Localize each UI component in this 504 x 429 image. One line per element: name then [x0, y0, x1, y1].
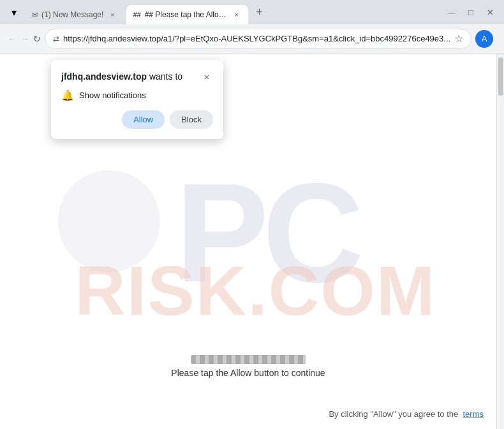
tab-close-1[interactable]: × [107, 10, 117, 20]
tab-favicon-1: ✉ [32, 11, 38, 19]
allow-button[interactable]: Allow [122, 110, 165, 129]
security-icon: ⇄ [53, 34, 59, 43]
menu-button[interactable]: ⋮ [494, 29, 504, 49]
terms-link[interactable]: terms [463, 409, 484, 419]
popup-close-button[interactable]: × [200, 70, 213, 83]
notification-popup: jfdhq.andesview.top wants to × 🔔 Show no… [51, 60, 223, 139]
block-button[interactable]: Block [170, 110, 213, 129]
popup-site-name: jfdhq.andesview.top [61, 71, 147, 82]
maximize-button[interactable]: □ [462, 3, 480, 21]
tab-bar: ▾ ✉ (1) New Message! × ## ## Please tap … [0, 0, 504, 24]
new-tab-button[interactable]: + [251, 3, 269, 21]
tab-item-2[interactable]: ## ## Please tap the Allow button × [126, 5, 248, 24]
popup-title: jfdhq.andesview.top wants to [61, 71, 182, 82]
toolbar-right: A ⋮ [475, 29, 504, 49]
bookmark-icon[interactable]: ☆ [454, 33, 463, 45]
tab-dropdown-button[interactable]: ▾ [5, 3, 23, 21]
popup-header: jfdhq.andesview.top wants to × [61, 70, 213, 83]
tab-favicon-2: ## [133, 11, 140, 18]
forward-button[interactable]: → [20, 29, 29, 49]
bottom-text-label: By clicking "Allow" you agree to the [329, 409, 458, 419]
permission-text: Show notifications [79, 91, 146, 100]
progress-area: Please tap the Allow button to continue [171, 355, 325, 378]
popup-wants-to: wants to [149, 71, 182, 82]
tab-close-2[interactable]: × [232, 10, 242, 20]
page-content: PC RISK.COM jfdhq.andesview.top wants to… [0, 54, 496, 429]
bottom-text: By clicking "Allow" you agree to the ter… [329, 409, 484, 419]
page-area: PC RISK.COM jfdhq.andesview.top wants to… [0, 54, 504, 429]
url-text: https://jfdhq.andesview.top/a1/?pl=eEtQx… [63, 34, 450, 43]
window-controls: — □ ✕ [443, 3, 499, 21]
minimize-button[interactable]: — [443, 3, 461, 21]
watermark-risk: RISK.COM [75, 249, 436, 330]
scrollbar[interactable] [496, 54, 504, 429]
tab-item-1[interactable]: ✉ (1) New Message! × [26, 5, 124, 24]
scroll-thumb[interactable] [498, 57, 503, 96]
bell-icon: 🔔 [61, 89, 74, 101]
address-input-wrap[interactable]: ⇄ https://jfdhq.andesview.top/a1/?pl=eEt… [45, 29, 471, 49]
tab-title-2: ## Please tap the Allow button [145, 10, 228, 19]
close-button[interactable]: ✕ [481, 3, 499, 21]
profile-icon[interactable]: A [475, 30, 493, 48]
back-button[interactable]: ← [8, 29, 17, 49]
browser-window: ▾ ✉ (1) New Message! × ## ## Please tap … [0, 0, 504, 429]
reload-button[interactable]: ↻ [33, 29, 41, 49]
progress-text: Please tap the Allow button to continue [171, 368, 325, 378]
popup-buttons: Allow Block [61, 110, 213, 129]
watermark-circle [58, 170, 160, 272]
tab-title-1: (1) New Message! [41, 10, 103, 19]
watermark-pc: PC [175, 152, 358, 314]
popup-notification-row: 🔔 Show notifications [61, 89, 213, 101]
address-bar: ← → ↻ ⇄ https://jfdhq.andesview.top/a1/?… [0, 24, 504, 54]
progress-bar [191, 355, 306, 364]
